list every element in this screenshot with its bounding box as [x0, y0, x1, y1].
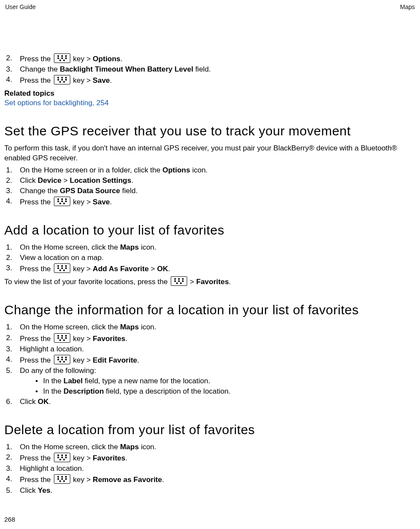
step-number: 4. — [6, 75, 12, 85]
step-number: 4. — [6, 474, 12, 484]
svg-point-5 — [65, 57, 67, 59]
list-item: 5. Click Yes. — [4, 486, 416, 495]
svg-point-70 — [59, 480, 61, 482]
menu-key-icon — [54, 53, 70, 63]
list-item: 2. Press the key > Favorites. — [4, 333, 416, 344]
step-number: 1. — [6, 322, 12, 332]
svg-point-60 — [61, 457, 63, 458]
svg-point-0 — [57, 55, 59, 57]
svg-point-63 — [63, 459, 65, 460]
menu-key-icon — [54, 75, 70, 85]
svg-point-15 — [63, 81, 65, 83]
svg-point-12 — [61, 79, 63, 81]
menu-key-icon — [54, 355, 70, 364]
header-left: User Guide — [5, 3, 36, 10]
menu-key-icon — [54, 474, 70, 484]
list-item: 4. Press the key > Save. — [4, 75, 416, 85]
menu-key-icon — [54, 263, 70, 273]
svg-point-40 — [57, 335, 59, 337]
list-item: 2. Click Device > Location Settings. — [4, 176, 416, 185]
list-item: 2. View a location on a map. — [4, 253, 416, 263]
list-item: 3. Change the GPS Data Source field. — [4, 186, 416, 196]
list-item: 6. Click OK. — [4, 397, 416, 407]
svg-point-69 — [65, 478, 67, 480]
menu-key-icon — [54, 333, 70, 343]
svg-point-13 — [65, 79, 67, 81]
svg-point-23 — [63, 203, 65, 204]
svg-point-37 — [182, 280, 184, 282]
list-item: 2. Press the key > Favorites. — [4, 453, 416, 463]
intro-gps: To perform this task, if you don't have … — [4, 144, 416, 163]
step-number: 3. — [6, 464, 12, 473]
related-topics-heading: Related topics — [4, 89, 416, 98]
svg-point-45 — [65, 337, 67, 339]
svg-point-46 — [59, 339, 61, 341]
svg-point-62 — [59, 459, 61, 460]
svg-point-44 — [61, 337, 63, 339]
step-number: 2. — [6, 333, 12, 343]
step-number: 3. — [6, 344, 12, 354]
svg-point-17 — [61, 198, 63, 200]
svg-point-19 — [57, 200, 59, 202]
list-item: 3. Highlight a location. — [4, 344, 416, 354]
page-number: 268 — [4, 516, 15, 523]
list-item: 3. Highlight a location. — [4, 464, 416, 473]
step-number: 5. — [6, 486, 12, 495]
svg-point-7 — [63, 59, 65, 61]
svg-point-47 — [63, 339, 65, 341]
menu-key-icon — [54, 197, 70, 206]
list-item: 1. On the Home screen, click the Maps ic… — [4, 442, 416, 452]
list-item: 5. Do any of the following: In the Label… — [4, 366, 416, 396]
svg-point-33 — [178, 278, 180, 280]
menu-key-icon — [171, 276, 187, 286]
steps-gps: 1. On the Home screen or in a folder, cl… — [4, 166, 416, 207]
step-number: 2. — [6, 53, 12, 63]
svg-point-66 — [65, 476, 67, 478]
list-item: 1. On the Home screen, click the Maps ic… — [4, 322, 416, 332]
step-number: 3. — [6, 263, 12, 273]
list-item: 4. Press the key > Save. — [4, 197, 416, 207]
svg-point-61 — [65, 457, 67, 458]
svg-point-42 — [65, 335, 67, 337]
sub-item: In the Description field, type a descrip… — [20, 387, 416, 396]
step-number: 4. — [6, 355, 12, 364]
step-number: 2. — [6, 176, 12, 185]
step-number: 4. — [6, 197, 12, 206]
svg-point-38 — [176, 282, 178, 284]
step-number: 2. — [6, 253, 12, 263]
svg-point-6 — [59, 59, 61, 61]
svg-point-14 — [59, 81, 61, 83]
svg-point-71 — [63, 480, 65, 482]
svg-point-26 — [65, 265, 67, 267]
svg-point-8 — [57, 77, 59, 78]
step-number: 1. — [6, 243, 12, 252]
list-item: 1. On the Home screen or in a folder, cl… — [4, 166, 416, 175]
header-right: Maps — [400, 3, 415, 10]
svg-point-39 — [180, 282, 182, 284]
svg-point-58 — [65, 454, 67, 456]
svg-point-51 — [57, 359, 59, 360]
svg-point-16 — [57, 198, 59, 200]
svg-point-10 — [65, 77, 67, 78]
list-item: 4. Press the key > Remove as Favorite. — [4, 474, 416, 485]
svg-point-55 — [63, 361, 65, 363]
svg-point-24 — [57, 265, 59, 267]
svg-point-4 — [61, 57, 63, 59]
svg-point-56 — [57, 454, 59, 456]
heading-delete-favorite: Delete a location from your list of favo… — [4, 421, 416, 438]
svg-point-68 — [61, 478, 63, 480]
svg-point-34 — [182, 278, 184, 280]
menu-key-icon — [54, 453, 70, 462]
sub-bullets: In the Label field, type a new name for … — [20, 376, 416, 396]
svg-point-11 — [57, 79, 59, 81]
step-number: 3. — [6, 65, 12, 74]
svg-point-21 — [65, 200, 67, 202]
svg-point-43 — [57, 337, 59, 339]
svg-point-25 — [61, 265, 63, 267]
step-number: 6. — [6, 397, 12, 407]
svg-point-53 — [65, 359, 67, 360]
related-link[interactable]: Set options for backlighting, 254 — [4, 98, 416, 108]
heading-gps: Set the GPS receiver that you use to tra… — [4, 122, 416, 139]
svg-point-36 — [178, 280, 180, 282]
svg-point-50 — [65, 357, 67, 358]
